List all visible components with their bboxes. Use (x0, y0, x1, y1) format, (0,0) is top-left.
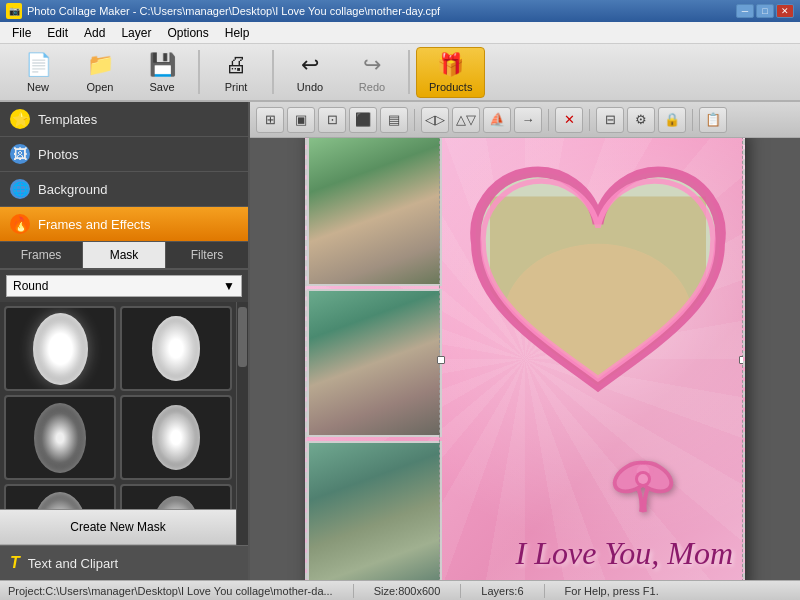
status-help: For Help, press F1. (565, 585, 659, 597)
menu-help[interactable]: Help (217, 24, 258, 42)
status-sep-2 (460, 584, 461, 598)
create-mask-button[interactable]: Create New Mask (0, 509, 236, 545)
photo-sim-1 (309, 138, 440, 284)
photo-sim-2 (309, 291, 440, 435)
save-icon: 💾 (149, 52, 176, 78)
left-scrollbar[interactable] (236, 302, 248, 545)
photo-slot-3[interactable] (307, 441, 442, 580)
toolbar: 📄 New 📁 Open 💾 Save 🖨 Print ↩ Undo ↪ Red… (0, 44, 800, 102)
left-panel-inner: Create New Mask (0, 302, 248, 545)
mask-item-6[interactable] (120, 484, 232, 509)
mask-oval-1 (33, 313, 88, 385)
ct-doc[interactable]: 📋 (699, 107, 727, 133)
text-clipart-panel[interactable]: T Text and Clipart (0, 545, 248, 580)
canvas-toolbar: ⊞ ▣ ⊡ ⬛ ▤ ◁▷ △▽ ⛵ → ✕ ⊟ ⚙ 🔒 📋 (250, 102, 800, 138)
new-icon: 📄 (25, 52, 52, 78)
menu-add[interactable]: Add (76, 24, 113, 42)
ct-flip-v[interactable]: △▽ (452, 107, 480, 133)
templates-label: Templates (38, 112, 97, 127)
restore-button[interactable]: □ (756, 4, 774, 18)
ct-flip-d[interactable]: ⛵ (483, 107, 511, 133)
status-sep-3 (544, 584, 545, 598)
ct-btn-4[interactable]: ⬛ (349, 107, 377, 133)
ct-btn-1[interactable]: ⊞ (256, 107, 284, 133)
nav-photos[interactable]: 🖼 Photos (0, 137, 248, 172)
ct-arrow[interactable]: → (514, 107, 542, 133)
mask-type-dropdown[interactable]: Round ▼ (6, 275, 242, 297)
mask-grid (0, 302, 236, 509)
menu-edit[interactable]: Edit (39, 24, 76, 42)
menu-layer[interactable]: Layer (113, 24, 159, 42)
nav-frames[interactable]: 🔥 Frames and Effects (0, 207, 248, 242)
background-label: Background (38, 182, 107, 197)
open-icon: 📁 (87, 52, 114, 78)
mask-oval-2 (152, 316, 200, 381)
photo-slot-2[interactable] (307, 289, 442, 437)
print-label: Print (225, 81, 248, 93)
open-button[interactable]: 📁 Open (70, 48, 130, 97)
collage-canvas[interactable]: I Love You, Mom (305, 138, 745, 580)
mask-oval-4 (152, 405, 200, 470)
ct-gear[interactable]: ⚙ (627, 107, 655, 133)
ct-btn-5[interactable]: ▤ (380, 107, 408, 133)
title-text: Photo Collage Maker - C:\Users\manager\D… (27, 5, 736, 17)
products-button[interactable]: 🎁 Products (416, 47, 485, 98)
ct-sep-2 (548, 109, 549, 131)
tab-filters[interactable]: Filters (166, 242, 248, 268)
dropdown-value: Round (13, 279, 48, 293)
save-label: Save (149, 81, 174, 93)
toolbar-sep-2 (272, 50, 274, 94)
svg-point-2 (504, 244, 693, 393)
new-label: New (27, 81, 49, 93)
ct-sep-4 (692, 109, 693, 131)
nav-templates[interactable]: ⭐ Templates (0, 102, 248, 137)
scrollbar-thumb[interactable] (238, 307, 247, 367)
mask-oval-3 (34, 403, 86, 473)
menu-options[interactable]: Options (159, 24, 216, 42)
mask-item-3[interactable] (4, 395, 116, 480)
status-bar: Project:C:\Users\manager\Desktop\I Love … (0, 580, 800, 600)
minimize-button[interactable]: ─ (736, 4, 754, 18)
tab-mask[interactable]: Mask (83, 242, 166, 268)
main-layout: ⭐ Templates 🖼 Photos 🌐 Background 🔥 Fram… (0, 102, 800, 580)
photo-sim-3 (309, 443, 440, 580)
products-icon: 🎁 (437, 52, 464, 78)
ct-flip-h[interactable]: ◁▷ (421, 107, 449, 133)
close-button[interactable]: ✕ (776, 4, 794, 18)
create-mask-label: Create New Mask (70, 520, 165, 534)
ct-delete[interactable]: ✕ (555, 107, 583, 133)
ct-lock[interactable]: 🔒 (658, 107, 686, 133)
nav-background[interactable]: 🌐 Background (0, 172, 248, 207)
status-size: Size:800x600 (374, 585, 441, 597)
photo-slot-1[interactable] (307, 138, 442, 286)
new-button[interactable]: 📄 New (8, 48, 68, 97)
save-button[interactable]: 💾 Save (132, 48, 192, 97)
ct-crop[interactable]: ⊟ (596, 107, 624, 133)
undo-button[interactable]: ↩ Undo (280, 48, 340, 97)
text-clipart-icon: T (10, 554, 20, 572)
open-label: Open (87, 81, 114, 93)
left-panel-content: Create New Mask (0, 302, 236, 545)
tab-frames[interactable]: Frames (0, 242, 83, 268)
print-button[interactable]: 🖨 Print (206, 48, 266, 97)
left-panel: ⭐ Templates 🖼 Photos 🌐 Background 🔥 Fram… (0, 102, 250, 580)
toolbar-sep-3 (408, 50, 410, 94)
menu-file[interactable]: File (4, 24, 39, 42)
ct-btn-3[interactable]: ⊡ (318, 107, 346, 133)
heart-frame (463, 141, 733, 441)
dropdown-arrow: ▼ (223, 279, 235, 293)
status-sep-1 (353, 584, 354, 598)
mask-item-5[interactable] (4, 484, 116, 509)
mask-item-2[interactable] (120, 306, 232, 391)
ct-btn-2[interactable]: ▣ (287, 107, 315, 133)
mask-item-1[interactable] (4, 306, 116, 391)
redo-button[interactable]: ↪ Redo (342, 48, 402, 97)
mask-item-4[interactable] (120, 395, 232, 480)
bow-svg (603, 447, 683, 527)
canvas-text: I Love You, Mom (516, 535, 733, 572)
photos-label: Photos (38, 147, 78, 162)
products-label: Products (429, 81, 472, 93)
print-icon: 🖨 (225, 52, 247, 78)
menu-bar: File Edit Add Layer Options Help (0, 22, 800, 44)
handle-mr (739, 356, 745, 364)
